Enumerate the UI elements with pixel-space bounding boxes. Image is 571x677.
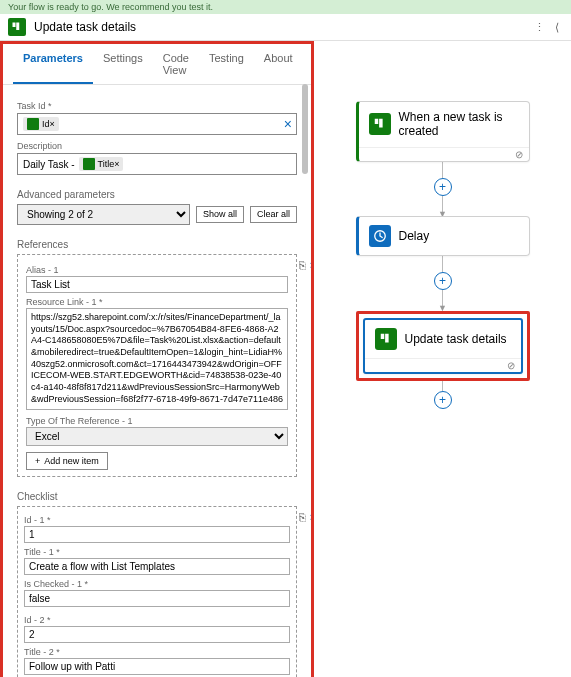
parameters-panel: Parameters Settings Code View Testing Ab… <box>0 41 314 677</box>
link-icon: ⊘ <box>507 360 515 371</box>
link-icon: ⊘ <box>515 149 523 160</box>
checklist-title-input[interactable] <box>24 658 290 675</box>
description-token[interactable]: Title × <box>79 157 124 171</box>
flow-connector: + ▼ <box>356 256 530 311</box>
planner-token-icon <box>27 118 39 130</box>
description-input[interactable]: Daily Task - Title × <box>17 153 297 175</box>
show-all-button[interactable]: Show all <box>196 206 244 224</box>
flow-connector: + <box>356 381 530 409</box>
description-text: Daily Task - <box>23 159 75 170</box>
advanced-params-title: Advanced parameters <box>17 189 297 200</box>
taskid-input[interactable]: Id × × <box>17 113 297 135</box>
clear-all-button[interactable]: Clear all <box>250 206 297 224</box>
tab-codeview[interactable]: Code View <box>153 44 199 84</box>
flow-card-title: Delay <box>399 229 430 243</box>
description-label: Description <box>17 141 297 151</box>
add-step-button[interactable]: + <box>434 178 452 196</box>
references-title: References <box>17 239 297 250</box>
checklist-id-input[interactable] <box>24 526 290 543</box>
action-header: Update task details ⋮ ⟨ <box>0 14 571 41</box>
flow-card-title: Update task details <box>405 332 507 346</box>
reference-item: ⎘ × Alias - 1 Resource Link - 1 * https:… <box>17 254 297 477</box>
flow-update-card[interactable]: Update task details ⊘ <box>363 318 523 374</box>
tab-about[interactable]: About <box>254 44 303 84</box>
taskid-token[interactable]: Id × <box>23 117 59 131</box>
checklist-container: ⎘ × Id - 1 * Title - 1 * Is Checked - 1 … <box>17 506 297 678</box>
checklist-item: Id - 2 * Title - 2 * Is Checked - 2 * <box>24 615 290 678</box>
flow-canvas[interactable]: When a new task is created ⊘ + ▼ Delay <box>314 41 571 677</box>
checklist-title-input[interactable] <box>24 558 290 575</box>
arrow-down-icon: ▼ <box>438 306 447 311</box>
checklist-item: Id - 1 * Title - 1 * Is Checked - 1 * <box>24 515 290 607</box>
resource-link-label: Resource Link - 1 * <box>26 297 288 307</box>
alias-input[interactable] <box>26 276 288 293</box>
info-banner: Your flow is ready to go. We recommend y… <box>0 0 571 14</box>
tab-testing[interactable]: Testing <box>199 44 254 84</box>
add-step-button[interactable]: + <box>434 391 452 409</box>
add-reference-button[interactable]: +Add new item <box>26 452 108 470</box>
selected-highlight: Update task details ⊘ <box>356 311 530 381</box>
checklist-id-label: Id - 1 * <box>24 515 290 525</box>
plus-icon: + <box>35 456 40 466</box>
planner-icon <box>369 113 391 135</box>
tab-settings[interactable]: Settings <box>93 44 153 84</box>
svg-rect-0 <box>13 23 16 28</box>
clear-taskid-icon[interactable]: × <box>284 116 292 132</box>
advanced-params-select[interactable]: Showing 2 of 2 <box>17 204 190 225</box>
reference-type-select[interactable]: Excel <box>26 427 288 446</box>
collapse-icon[interactable]: ⟨ <box>551 21 563 34</box>
add-step-button[interactable]: + <box>434 272 452 290</box>
checklist-checked-input[interactable] <box>24 590 290 607</box>
checklist-id-input[interactable] <box>24 626 290 643</box>
checklist-checked-label: Is Checked - 1 * <box>24 579 290 589</box>
taskid-label: Task Id * <box>17 101 297 111</box>
svg-rect-1 <box>16 23 19 31</box>
checklist-title: Checklist <box>17 491 297 502</box>
scrollbar[interactable] <box>301 84 309 664</box>
svg-rect-5 <box>380 334 384 339</box>
planner-icon <box>375 328 397 350</box>
resource-link-input[interactable]: https://szg52.sharepoint.com/:x:/r/sites… <box>26 308 288 410</box>
tab-parameters[interactable]: Parameters <box>13 44 93 84</box>
flow-trigger-card[interactable]: When a new task is created ⊘ <box>356 101 530 162</box>
checklist-title-label: Title - 1 * <box>24 547 290 557</box>
delete-reference-icon[interactable]: × <box>310 259 311 271</box>
header-title: Update task details <box>34 20 528 34</box>
checklist-title-label: Title - 2 * <box>24 647 290 657</box>
flow-delay-card[interactable]: Delay <box>356 216 530 256</box>
clock-icon <box>369 225 391 247</box>
more-icon[interactable]: ⋮ <box>528 21 551 34</box>
checklist-id-label: Id - 2 * <box>24 615 290 625</box>
reference-type-label: Type Of The Reference - 1 <box>26 416 288 426</box>
delete-checklist-icon[interactable]: × <box>310 511 311 523</box>
flow-card-title: When a new task is created <box>399 110 519 139</box>
svg-rect-3 <box>379 119 383 128</box>
svg-rect-6 <box>385 334 389 343</box>
panel-tabs: Parameters Settings Code View Testing Ab… <box>3 44 311 85</box>
flow-connector: + ▼ <box>356 162 530 217</box>
planner-icon <box>8 18 26 36</box>
svg-rect-2 <box>374 119 378 124</box>
planner-token-icon <box>83 158 95 170</box>
alias-label: Alias - 1 <box>26 265 288 275</box>
